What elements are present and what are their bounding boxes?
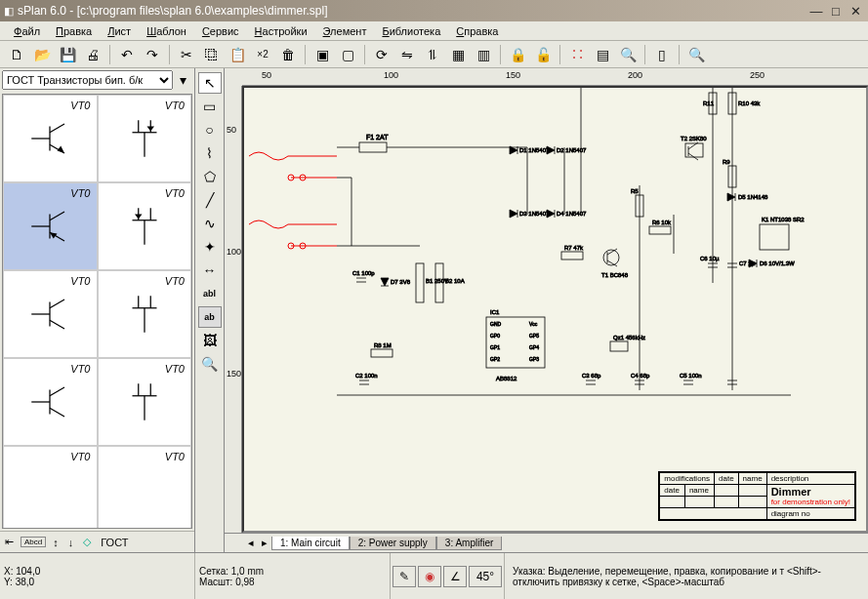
library-cell[interactable]: VT0 xyxy=(3,270,98,358)
new-icon[interactable]: 🗋 xyxy=(5,43,28,66)
zoom-tool-icon[interactable]: 🔍 xyxy=(198,353,222,375)
schematic-canvas[interactable]: F1 2AT D1 1N5407 D2 1N5407 D3 1N540 xyxy=(242,86,868,533)
text-tool-icon[interactable]: abl xyxy=(198,283,222,304)
menu-element[interactable]: Элемент xyxy=(315,23,375,39)
lib-book-icon[interactable]: ◇ xyxy=(80,536,94,548)
image-tool-icon[interactable]: 🖼 xyxy=(198,330,222,351)
close-button[interactable]: ✕ xyxy=(847,3,864,19)
angle-icon[interactable]: ∠ xyxy=(443,566,467,587)
svg-line-12 xyxy=(50,212,64,220)
pointer-tool-icon[interactable]: ↖ xyxy=(198,72,222,94)
fliph-icon[interactable]: ⇋ xyxy=(395,43,419,66)
sheet-icon[interactable]: ▯ xyxy=(650,43,674,66)
delete-icon[interactable]: 🗑 xyxy=(276,43,300,66)
library-cell[interactable]: VT0 xyxy=(98,270,192,358)
library-dropdown-icon[interactable]: ▾ xyxy=(174,70,191,90)
fill-icon[interactable]: ◉ xyxy=(418,566,441,587)
title-block: modificationsdatenamedescription datenam… xyxy=(658,471,856,521)
svg-rect-101 xyxy=(760,224,789,250)
svg-text:GP5: GP5 xyxy=(529,333,539,339)
svg-rect-72 xyxy=(649,226,671,234)
menu-sheet[interactable]: Лист xyxy=(100,23,139,39)
bezier-tool-icon[interactable]: ∿ xyxy=(198,213,222,234)
line-tool-icon[interactable]: ╱ xyxy=(198,189,222,211)
save-icon[interactable]: 💾 xyxy=(56,43,79,66)
lib-nav-up-icon[interactable]: ↕ xyxy=(50,537,62,548)
rect-tool-icon[interactable]: ▭ xyxy=(198,96,222,117)
library-grid: VT0 VT0 VT0 VT0 VT0 VT0 VT0 VT0 VT0 VT0 xyxy=(2,94,192,529)
svg-line-70 xyxy=(688,153,698,160)
paste-icon[interactable]: 📋 xyxy=(226,43,249,66)
zigzag-tool-icon[interactable]: ⌇ xyxy=(198,142,222,164)
list-icon[interactable]: ▤ xyxy=(591,43,614,66)
menu-library[interactable]: Библиотека xyxy=(374,23,448,39)
undo-icon[interactable]: ↶ xyxy=(115,43,139,66)
lib-nav-down-icon[interactable]: ↓ xyxy=(65,537,77,548)
svg-text:AB8812: AB8812 xyxy=(496,376,517,381)
menu-edit[interactable]: Правка xyxy=(48,23,100,39)
copy-icon[interactable]: ⿻ xyxy=(200,43,224,66)
polygon-tool-icon[interactable]: ⬠ xyxy=(198,166,222,187)
rotate-icon[interactable]: ⟳ xyxy=(370,43,393,66)
svg-text:R6 10k: R6 10k xyxy=(652,220,672,225)
status-grid: Сетка: 1,0 mm Масшт: 0,98 xyxy=(195,553,391,599)
back-icon[interactable]: ▢ xyxy=(336,43,359,66)
lib-nav-left-icon[interactable]: ⇤ xyxy=(2,536,17,548)
group-icon[interactable]: ▦ xyxy=(446,43,470,66)
cut-icon[interactable]: ✂ xyxy=(175,43,198,66)
angle-value[interactable]: 45° xyxy=(469,566,502,587)
dimension-tool-icon[interactable]: ↔ xyxy=(198,260,222,281)
tab-prev-icon[interactable]: ◂ xyxy=(244,537,258,549)
library-cell[interactable]: VT0 xyxy=(98,182,192,270)
library-footer: ⇤ Abcd ↕ ↓ ◇ ГОСТ xyxy=(0,531,194,552)
library-cell[interactable]: VT0 xyxy=(3,95,98,182)
svg-text:R8 1M: R8 1M xyxy=(374,342,392,348)
library-select[interactable]: ГОСТ Транзисторы бип. б/к xyxy=(2,70,173,90)
svg-marker-4 xyxy=(58,146,65,154)
menu-help[interactable]: Справка xyxy=(448,23,506,39)
library-cell[interactable]: VT0 xyxy=(98,95,192,182)
menubar: Файл Правка Лист Шаблон Сервис Настройки… xyxy=(0,21,868,41)
print-icon[interactable]: 🖨 xyxy=(81,43,104,66)
ungroup-icon[interactable]: ▥ xyxy=(472,43,495,66)
node-tool-icon[interactable]: ✦ xyxy=(198,236,222,258)
svg-line-2 xyxy=(50,124,64,133)
library-cell[interactable]: VT0 xyxy=(3,182,98,270)
svg-text:C2 100n: C2 100n xyxy=(355,373,378,379)
svg-text:R10 43k: R10 43k xyxy=(738,100,761,106)
snap-icon[interactable]: ⸬ xyxy=(565,43,589,66)
tab-power-supply[interactable]: 2: Power supply xyxy=(350,537,436,550)
unlock-icon[interactable]: 🔓 xyxy=(531,43,555,66)
library-cell[interactable]: VT0 xyxy=(3,446,98,529)
minimize-button[interactable]: — xyxy=(807,3,825,19)
library-cell[interactable]: VT0 xyxy=(98,446,192,529)
tab-amplifier[interactable]: 3: Amplifier xyxy=(436,537,502,550)
flipv-icon[interactable]: ⥮ xyxy=(421,43,444,66)
menu-settings[interactable]: Настройки xyxy=(247,23,315,39)
pen-icon[interactable]: ✎ xyxy=(393,566,416,587)
svg-text:Qz1 456kHz: Qz1 456kHz xyxy=(613,335,645,340)
textlabel-tool-icon[interactable]: ab xyxy=(198,306,222,328)
menu-template[interactable]: Шаблон xyxy=(139,23,194,39)
open-icon[interactable]: 📂 xyxy=(30,43,54,66)
zoom-icon[interactable]: 🔍 xyxy=(684,43,708,66)
circle-tool-icon[interactable]: ○ xyxy=(198,119,222,140)
svg-text:D6 10V/1.3W: D6 10V/1.3W xyxy=(760,260,795,266)
maximize-button[interactable]: □ xyxy=(827,3,845,19)
duplicate-icon[interactable]: ×2 xyxy=(251,43,274,66)
svg-text:Vcc: Vcc xyxy=(529,321,538,327)
tab-main-circuit[interactable]: 1: Main circuit xyxy=(271,537,350,550)
library-cell[interactable]: VT0 xyxy=(98,358,192,446)
library-cell[interactable]: VT0 xyxy=(3,358,98,446)
svg-line-31 xyxy=(50,408,64,417)
lib-abc-icon[interactable]: Abcd xyxy=(21,537,46,547)
menu-service[interactable]: Сервис xyxy=(194,23,247,39)
menu-file[interactable]: Файл xyxy=(6,23,48,39)
redo-icon[interactable]: ↷ xyxy=(141,43,164,66)
svg-text:GP4: GP4 xyxy=(529,344,539,350)
front-icon[interactable]: ▣ xyxy=(310,43,334,66)
svg-text:D7 3V8: D7 3V8 xyxy=(391,279,411,285)
tab-next-icon[interactable]: ▸ xyxy=(258,537,271,549)
lock-icon[interactable]: 🔒 xyxy=(506,43,529,66)
search-icon[interactable]: 🔍 xyxy=(616,43,640,66)
